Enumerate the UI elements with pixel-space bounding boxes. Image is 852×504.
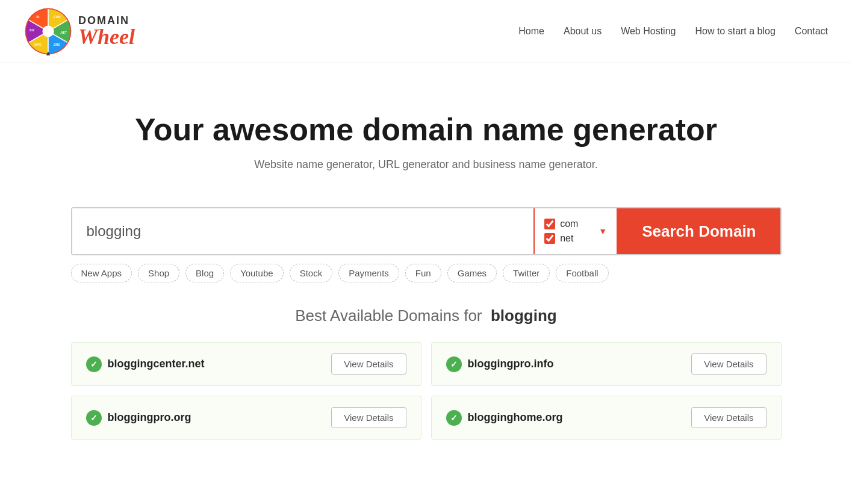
results-title-prefix: Best Available Domains for [295,306,482,325]
domain-name-3: ✓ blogginghome.org [446,410,563,426]
search-domain-button[interactable]: Search Domain [618,208,780,254]
check-icon-3: ✓ [446,410,462,426]
suggestion-tags: New Apps Shop Blog Youtube Stock Payment… [71,264,782,282]
logo-wheel-label: Wheel [78,26,135,48]
view-details-button-1[interactable]: View Details [691,353,766,375]
check-icon-2: ✓ [86,410,102,426]
view-details-button-0[interactable]: View Details [331,353,406,375]
search-input[interactable] [72,208,534,254]
tld-net-checkbox[interactable] [544,233,555,244]
svg-text:.COM: .COM [53,16,61,19]
domain-card-0: ✓ bloggingcenter.net View Details [71,342,421,386]
svg-text:.INFO: .INFO [34,43,42,46]
domain-name-0: ✓ bloggingcenter.net [86,356,205,372]
tag-football[interactable]: Football [556,264,608,282]
check-icon-1: ✓ [446,356,462,372]
logo-wheel-icon: .COM .NET .ORG .INFO .BIZ .IO [24,7,72,55]
header: .COM .NET .ORG .INFO .BIZ .IO DOMAIN Whe… [0,0,852,63]
hero-title: Your awesome domain name generator [12,111,840,148]
domain-label-0: bloggingcenter.net [108,358,205,370]
domain-card-1: ✓ bloggingpro.info View Details [431,342,782,386]
nav-contact[interactable]: Contact [795,26,828,37]
nav-blog[interactable]: How to start a blog [695,26,775,37]
domain-card-3: ✓ blogginghome.org View Details [431,396,782,440]
tag-stock[interactable]: Stock [290,264,333,282]
svg-text:.ORG: .ORG [53,43,61,46]
tag-blog[interactable]: Blog [185,264,224,282]
results-grid: ✓ bloggingcenter.net View Details ✓ blog… [71,342,782,440]
tag-new-apps[interactable]: New Apps [71,264,132,282]
search-section: com net ▼ Search Domain New Apps Shop Bl… [47,195,806,282]
svg-text:.BIZ: .BIZ [29,29,34,32]
domain-name-2: ✓ bloggingpro.org [86,410,191,426]
nav-home[interactable]: Home [518,26,544,37]
svg-text:.IO: .IO [36,16,40,19]
results-keyword: blogging [491,306,557,325]
nav-about[interactable]: About us [564,26,602,37]
domain-label-1: bloggingpro.info [468,358,554,370]
tag-twitter[interactable]: Twitter [503,264,550,282]
main-nav: Home About us Web Hosting How to start a… [518,26,828,37]
tag-youtube[interactable]: Youtube [230,264,284,282]
tag-games[interactable]: Games [447,264,497,282]
tld-com-item[interactable]: com [544,219,594,229]
logo-text: DOMAIN Wheel [78,15,135,48]
tld-selector: com net ▼ [533,208,618,254]
search-bar: com net ▼ Search Domain [71,207,782,255]
check-icon-0: ✓ [86,356,102,372]
domain-name-1: ✓ bloggingpro.info [446,356,554,372]
domain-card-2: ✓ bloggingpro.org View Details [71,396,421,440]
hero-section: Your awesome domain name generator Websi… [0,63,852,195]
results-title: Best Available Domains for blogging [71,306,782,325]
domain-label-2: bloggingpro.org [108,411,191,424]
tag-fun[interactable]: Fun [405,264,441,282]
results-section: Best Available Domains for blogging ✓ bl… [47,306,806,464]
view-details-button-3[interactable]: View Details [691,407,766,428]
tld-checkboxes: com net [544,219,594,244]
domain-label-3: blogginghome.org [468,411,563,424]
tld-com-checkbox[interactable] [544,219,555,229]
hero-subtitle: Website name generator, URL generator an… [12,158,840,171]
tld-com-label: com [560,219,578,229]
tag-shop[interactable]: Shop [138,264,179,282]
logo: .COM .NET .ORG .INFO .BIZ .IO DOMAIN Whe… [24,7,135,55]
tag-payments[interactable]: Payments [338,264,399,282]
svg-text:.NET: .NET [60,31,67,34]
tld-net-item[interactable]: net [544,233,594,244]
tld-dropdown-arrow[interactable]: ▼ [599,226,607,236]
nav-hosting[interactable]: Web Hosting [621,26,676,37]
view-details-button-2[interactable]: View Details [331,407,406,428]
tld-net-label: net [560,233,573,244]
